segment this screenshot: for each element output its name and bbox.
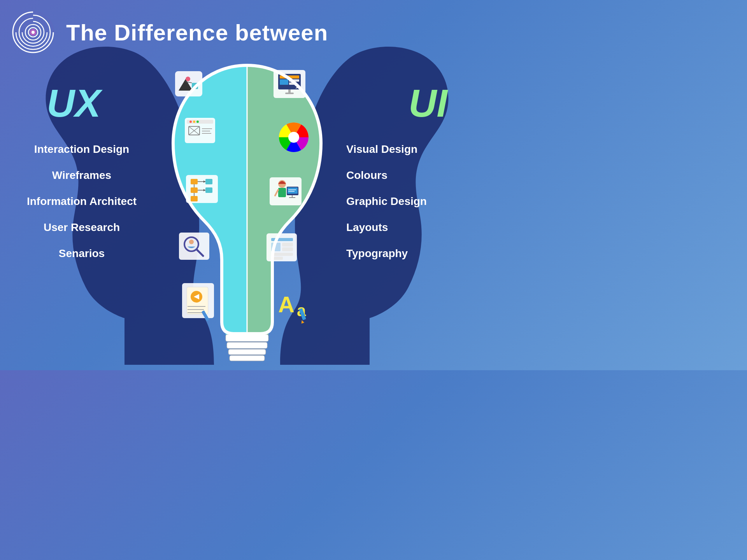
svg-rect-13 bbox=[228, 349, 266, 355]
svg-marker-86 bbox=[300, 320, 304, 324]
ui-item-1: Visual Design bbox=[346, 143, 479, 156]
svg-point-45 bbox=[189, 240, 194, 244]
svg-point-24 bbox=[196, 121, 199, 123]
ui-item-5: Typography bbox=[346, 247, 479, 260]
svg-rect-61 bbox=[288, 89, 291, 93]
lightbulb: A a bbox=[158, 61, 337, 370]
svg-rect-43 bbox=[179, 233, 209, 260]
svg-rect-79 bbox=[282, 243, 293, 247]
svg-rect-71 bbox=[288, 187, 298, 194]
svg-point-7 bbox=[32, 31, 35, 34]
ux-item-1: Interaction Design bbox=[16, 143, 148, 156]
svg-rect-80 bbox=[282, 247, 293, 251]
header: The Difference between bbox=[0, 0, 494, 58]
main-content: UX UI Interaction Design Wireframes Info… bbox=[0, 58, 494, 370]
svg-rect-39 bbox=[205, 179, 212, 184]
ui-item-3: Graphic Design bbox=[346, 195, 479, 208]
ui-item-4: Layouts bbox=[346, 221, 479, 234]
ux-item-4: User Research bbox=[16, 221, 148, 234]
svg-rect-62 bbox=[285, 93, 294, 94]
svg-rect-14 bbox=[230, 355, 265, 361]
svg-point-18 bbox=[186, 77, 190, 81]
svg-rect-12 bbox=[227, 342, 267, 348]
svg-rect-58 bbox=[280, 79, 288, 85]
svg-rect-33 bbox=[191, 187, 198, 193]
ui-label: UI bbox=[409, 81, 447, 126]
svg-rect-42 bbox=[205, 187, 212, 193]
svg-point-22 bbox=[189, 121, 192, 123]
svg-rect-34 bbox=[191, 196, 198, 201]
svg-rect-32 bbox=[191, 179, 198, 184]
ui-list: Visual Design Colours Graphic Design Lay… bbox=[346, 143, 479, 273]
ux-label: UX bbox=[47, 81, 101, 126]
svg-rect-81 bbox=[271, 253, 293, 256]
svg-point-65 bbox=[288, 132, 299, 143]
ux-item-5: Senarios bbox=[16, 247, 148, 260]
svg-text:A: A bbox=[278, 292, 295, 317]
page-title: The Difference between bbox=[66, 19, 328, 46]
ux-item-3: Information Architect bbox=[16, 195, 148, 208]
logo-icon bbox=[12, 11, 54, 54]
svg-rect-68 bbox=[278, 188, 286, 197]
svg-point-23 bbox=[193, 121, 195, 123]
ui-item-2: Colours bbox=[346, 169, 479, 182]
ux-list: Interaction Design Wireframes Informatio… bbox=[16, 143, 148, 273]
svg-rect-11 bbox=[226, 334, 268, 341]
ux-item-2: Wireframes bbox=[16, 169, 148, 182]
